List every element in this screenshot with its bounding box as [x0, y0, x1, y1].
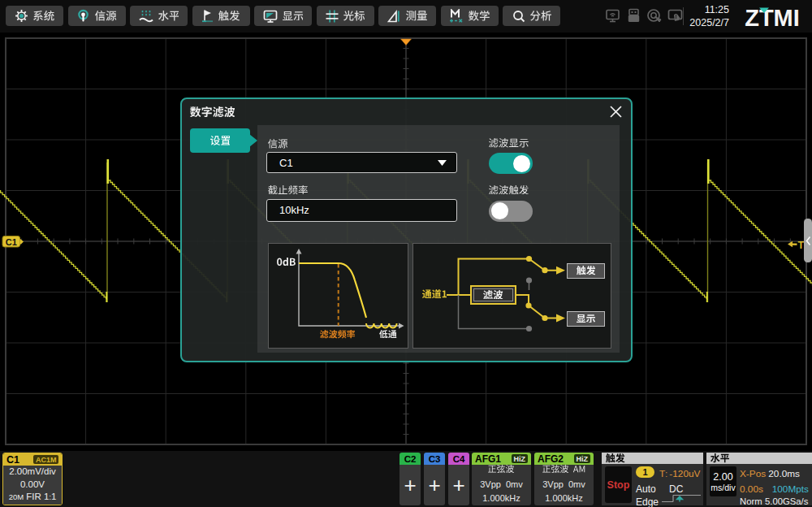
svg-text:T: T	[798, 240, 805, 251]
svg-text:C1: C1	[6, 237, 17, 247]
